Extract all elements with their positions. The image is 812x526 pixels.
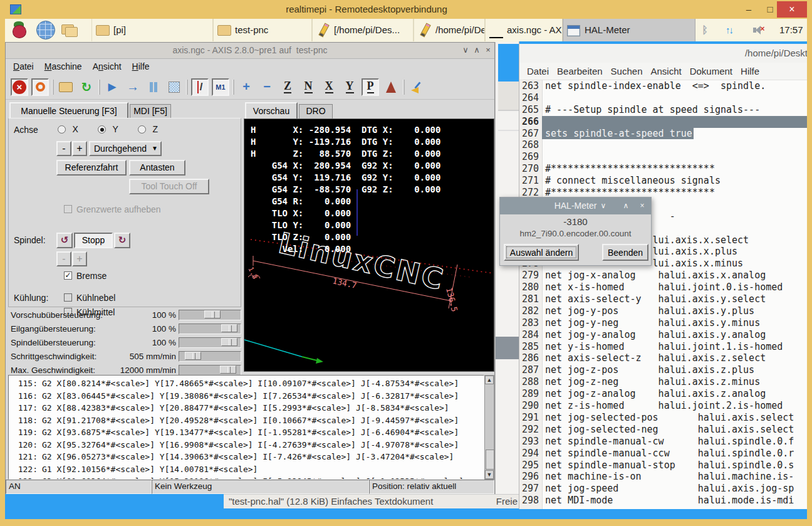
editor-line[interactable]: 292 net jog-selected-neg halui.axis.sele… [519,424,807,436]
taskbar-window-pi[interactable]: [pi] [91,19,213,41]
hal-meter-close-button[interactable]: × [637,197,648,214]
gcode-line[interactable]: 115: G2 X[80.8214*#<scale>] Y[17.48665*#… [9,377,484,390]
optional-stop-button[interactable]: M1 [212,78,229,96]
editor-line[interactable]: 282 net jog-y-pos halui.axis.y.plus [519,305,807,317]
rdp-minimize-button[interactable]: – [738,1,759,18]
hal-meter-quit-button[interactable]: Beenden [602,244,648,261]
editor-line[interactable]: 264 [519,92,807,104]
editor-line[interactable]: 267 sets spindle-at-speed true [519,128,807,140]
hal-meter-maximize-button[interactable]: ∧ [620,197,632,214]
axis-shade-button[interactable]: ∨ [461,45,471,55]
editor-line[interactable]: 266 [519,116,807,128]
slider-track[interactable] [179,365,241,376]
editor-line[interactable]: 291 net jog-selected-pos halui.axis.sele… [519,412,807,424]
slider-thumb[interactable] [185,352,201,360]
editor-menu-item[interactable]: Dokument [690,66,732,76]
slider-thumb[interactable] [221,338,237,346]
estop-button[interactable]: × [11,78,28,96]
axis-titlebar[interactable]: axis.ngc - AXIS 2.8.0~pre1 auf test-pnc … [6,43,494,59]
editor-line[interactable]: 271 # connect miscellaneous signals [519,175,807,187]
view-perspective-button[interactable]: P [362,78,379,96]
axis-menu-item[interactable]: Ansicht [93,61,122,71]
editor-line[interactable]: 297 net jog-speed halui.axis.jog-sp [519,483,807,495]
run-program-button[interactable]: ▶ [103,78,121,96]
stop-button[interactable] [165,78,183,96]
axis-menu-item[interactable]: Hilfe [132,61,150,71]
editor-menu-item[interactable]: Hilfe [741,66,759,76]
scroll-down-icon[interactable]: ▼ [485,470,494,479]
editor-menu-item[interactable]: Ansicht [650,66,681,76]
scrollbar-thumb[interactable] [486,450,494,470]
editor-menu-item[interactable]: Suchen [611,66,643,76]
editor-line[interactable]: 265 # ---Setup spindle at speed signals-… [519,104,807,116]
reload-file-button[interactable]: ↻ [78,78,95,96]
view-y-button[interactable]: Y [341,78,358,96]
tab-manual-control[interactable]: Manuelle Steuerung [F3] [9,102,128,118]
slider-track[interactable] [179,310,241,320]
gcode-scrollbar[interactable]: ▲ ▼ [484,375,494,480]
taskbar-window-test-pnc[interactable]: test-pnc [213,19,312,41]
network-traffic-icon[interactable]: ↑↓ [726,24,732,36]
editor-line[interactable]: 298 net MDI-mode halui.mode.is-mdi [519,495,807,507]
editor-line[interactable]: 281 net axis-select-y halui.axis.y.selec… [519,293,807,305]
spindle-slower-button[interactable]: - [56,251,71,266]
taskbar-window-editor-2[interactable]: /home/pi/Desk... [414,19,485,41]
gcode-line[interactable]: 119: G2 X[93.6875*#<scale>] Y[19.13477*#… [9,426,484,439]
file-manager-icon[interactable] [60,21,79,39]
editor-menu-item[interactable]: Bearbeiten [557,66,603,76]
slider-track[interactable] [179,323,241,334]
rdp-close-button[interactable]: × [777,1,807,18]
editor-line[interactable]: 294 net spindle-manual-ccw halui.spindle… [519,448,807,460]
home-axis-button[interactable]: Referenzfahrt [56,160,127,176]
hal-meter-change-selection-button[interactable]: Auswahl ändern [504,244,579,261]
slider-track[interactable] [179,337,241,348]
bluetooth-icon[interactable]: ᛒ [702,24,708,36]
raspberry-menu-icon[interactable] [10,21,29,39]
tab-dro[interactable]: DRO [299,104,333,118]
tab-mdi[interactable]: MDI [F5] [130,104,171,118]
clear-plot-button[interactable] [408,78,425,96]
rotate-view-button[interactable] [382,78,400,96]
editor-line[interactable]: 288 net jog-z-neg halui.axis.z.minus [519,376,807,388]
gcode-line[interactable]: 116: G2 X[83.06445*#<scale>] Y[19.38086*… [9,390,484,402]
pause-button[interactable] [145,78,162,96]
gcode-line[interactable]: 123: G3 X[91.68364*#<scale>] Y[15.38196*… [9,475,484,480]
gcode-listing[interactable]: 115: G2 X[80.8214*#<scale>] Y[17.48665*#… [8,375,484,480]
gcode-line[interactable]: 120: G2 X[95.32764*#<scale>] Y[16.9908*#… [9,439,484,451]
zoom-in-button[interactable]: + [237,78,255,96]
override-limits-checkbox[interactable] [64,205,72,213]
spindle-stop-button[interactable]: Stopp [74,233,113,248]
editor-line[interactable]: 270 #***************************** [519,163,807,175]
view-z-button[interactable]: Z [279,78,296,96]
axis-radio-y[interactable]: Y [98,124,118,136]
hal-meter-shade-button[interactable]: ∨ [598,197,609,214]
gcode-line[interactable]: 117: G2 X[88.42383*#<scale>] Y[20.88477*… [9,402,484,414]
editor-line[interactable]: 289 net jog-z-analog halui.axis.z.analog [519,388,807,400]
spindle-cw-button[interactable]: ↻ [114,233,130,248]
view-x-button[interactable]: X [320,78,338,96]
axis-radio-z[interactable]: Z [138,124,158,136]
editor-line[interactable]: 285 net y-is-homed halui.joint.1.is-home… [519,341,807,353]
editor-line[interactable]: 287 net jog-z-pos halui.axis.z.plus [519,364,807,376]
tool-touch-off-button[interactable]: Tool Touch Off [129,179,209,194]
mist-checkbox[interactable] [64,293,72,302]
slider-thumb[interactable] [204,310,221,318]
editor-line[interactable]: 283 net jog-y-neg halui.axis.y.minus [519,317,807,329]
brake-checkbox[interactable]: ✓ [64,271,72,280]
slider-track[interactable] [179,351,241,362]
taskbar-window-editor-1[interactable]: [/home/pi/Des... [312,19,414,41]
editor-line[interactable]: 293 net spindle-manual-cw halui.spindle.… [519,436,807,448]
taskbar-window-halmeter[interactable]: HAL-Meter [563,19,695,41]
editor-line[interactable]: 268 [519,139,807,151]
editor-line[interactable]: 284 net jog-y-analog halui.axis.y.analog [519,329,807,341]
editor-line[interactable]: 296 net machine-is-on halui.machine.is- [519,471,807,483]
axis-maximize-button[interactable]: ∧ [472,45,482,55]
editor-line[interactable]: 269 [519,151,807,163]
editor-line[interactable]: 280 net x-is-homed halui.joint.0.is-home… [519,281,807,293]
editor-titlebar[interactable]: /home/pi/Deskt [519,44,807,63]
axis-close-button[interactable]: × [483,45,493,55]
axis-menu-item[interactable]: Datei [13,61,34,71]
gcode-line[interactable]: 122: G1 X[92.10156*#<scale>] Y[14.00781*… [9,463,484,476]
volume-muted-icon[interactable]: × [752,24,764,36]
editor-menu-item[interactable]: Datei [527,66,549,76]
